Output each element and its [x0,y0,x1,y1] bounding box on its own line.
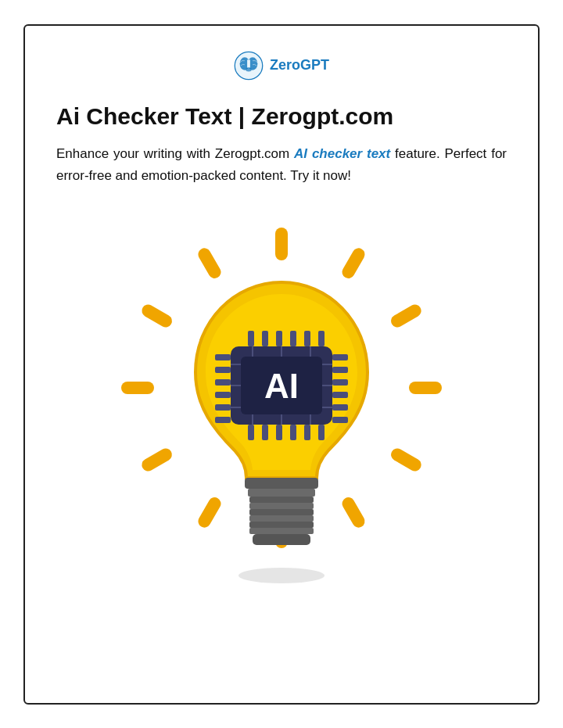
svg-rect-57 [318,425,325,440]
svg-rect-41 [332,367,348,373]
svg-rect-54 [276,425,282,440]
svg-rect-34 [215,354,231,360]
svg-rect-36 [215,379,231,386]
svg-rect-18 [245,478,318,489]
svg-point-5 [238,568,325,583]
svg-text:AI: AI [264,367,299,405]
image-area: AI [56,220,507,595]
svg-rect-47 [262,331,268,346]
svg-rect-10 [139,302,174,329]
svg-rect-40 [332,354,348,360]
svg-point-4 [246,67,252,71]
description-part1: Enhance your writing with Zerogpt.com [56,146,294,161]
svg-rect-6 [275,228,288,260]
card: ZeroGPT Ai Checker Text | Zerogpt.com En… [23,24,540,705]
logo-text: ZeroGPT [270,57,329,74]
svg-rect-43 [332,392,348,398]
logo-area: ZeroGPT [56,51,507,81]
svg-rect-44 [332,404,348,411]
bulb-illustration: AI [113,220,450,595]
svg-rect-11 [409,382,442,394]
svg-rect-52 [248,425,254,440]
svg-rect-9 [389,302,423,329]
svg-rect-23 [249,515,314,522]
svg-rect-26 [253,534,310,545]
svg-rect-3 [247,59,250,67]
svg-rect-12 [121,382,154,394]
svg-rect-51 [318,331,325,346]
svg-rect-15 [340,495,368,529]
page-title: Ai Checker Text | Zerogpt.com [56,102,393,131]
bulb-svg: AI [113,220,450,595]
svg-rect-46 [248,331,254,346]
svg-rect-22 [249,509,314,515]
svg-rect-48 [276,331,282,346]
svg-rect-42 [332,379,348,386]
description: Enhance your writing with Zerogpt.com AI… [56,143,507,187]
svg-rect-37 [215,392,231,398]
svg-rect-35 [215,367,231,373]
svg-rect-56 [304,425,310,440]
svg-rect-53 [262,425,268,440]
svg-rect-45 [332,417,348,423]
logo-icon [234,51,264,81]
svg-rect-16 [196,495,224,529]
svg-rect-24 [249,522,314,528]
svg-rect-38 [215,404,231,411]
svg-rect-14 [139,446,174,473]
svg-rect-20 [249,497,314,503]
description-highlight: AI checker text [294,146,390,161]
svg-rect-50 [304,331,310,346]
svg-rect-19 [248,489,315,497]
svg-rect-49 [290,331,296,346]
svg-rect-25 [249,528,314,534]
svg-rect-8 [196,246,224,280]
svg-rect-55 [290,425,296,440]
svg-rect-39 [215,417,231,423]
svg-rect-7 [340,246,368,280]
svg-rect-13 [389,446,423,473]
svg-rect-21 [249,503,314,509]
